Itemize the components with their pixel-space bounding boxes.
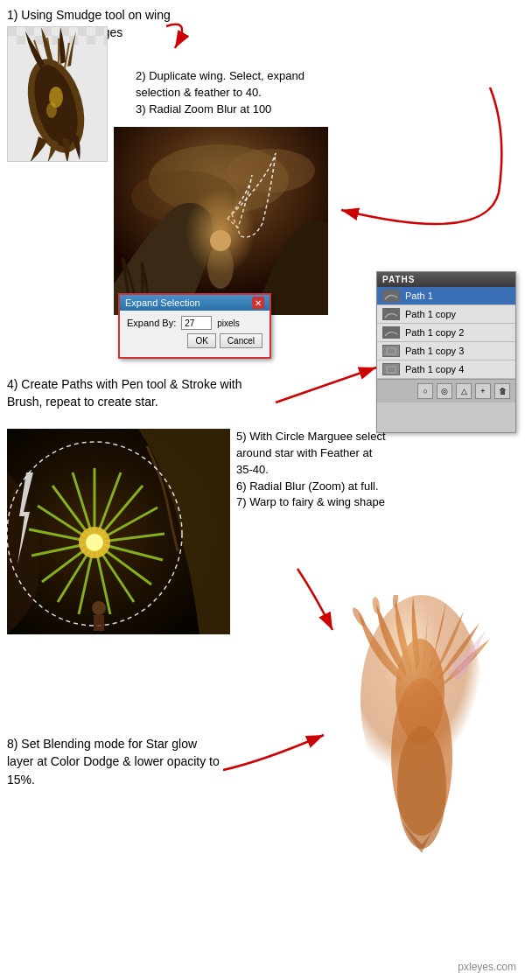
path-item-2[interactable]: Path 1 copy <box>377 305 515 324</box>
svg-rect-29 <box>387 367 396 373</box>
svg-rect-11 <box>87 36 95 45</box>
fantasy-image <box>114 127 328 315</box>
path-item-3[interactable]: Path 1 copy 2 <box>377 324 515 342</box>
svg-point-24 <box>228 149 315 192</box>
step57-text: 5) With Circle Marguee select around sta… <box>236 429 389 511</box>
paths-panel: PATHS Path 1 Path 1 copy Path 1 copy 2 <box>376 271 516 433</box>
wing-image <box>7 26 108 162</box>
path-label-3: Path 1 copy 2 <box>405 327 464 338</box>
path-label-1: Path 1 <box>405 290 433 301</box>
paths-panel-title: PATHS <box>377 272 515 287</box>
paths-list: Path 1 Path 1 copy Path 1 copy 2 Path 1 … <box>377 287 515 379</box>
dialog-unit: pixels <box>217 318 240 328</box>
expand-by-input[interactable] <box>181 316 212 330</box>
svg-point-56 <box>360 595 483 805</box>
svg-point-49 <box>86 534 103 551</box>
star-scene-svg <box>7 429 230 634</box>
paths-tool-fill[interactable]: ○ <box>417 383 433 399</box>
dialog-title: Expand Selection <box>125 298 200 308</box>
step4-text: 4) Create Paths with Pen tool & Stroke w… <box>7 376 278 410</box>
paths-tool-stroke[interactable]: ◎ <box>437 383 452 399</box>
dialog-label: Expand By: <box>127 318 176 328</box>
paths-toolbar: ○ ◎ △ + 🗑 <box>377 379 515 402</box>
dialog-titlebar: Expand Selection ✕ <box>120 295 270 311</box>
svg-point-51 <box>92 601 106 615</box>
path-item-4[interactable]: Path 1 copy 3 <box>377 342 515 360</box>
svg-point-20 <box>46 102 57 118</box>
paths-tool-mask[interactable]: △ <box>456 383 472 399</box>
path-label-2: Path 1 copy <box>405 309 456 319</box>
svg-rect-12 <box>104 36 107 45</box>
svg-rect-6 <box>95 27 104 36</box>
dialog-body: Expand By: pixels OK Cancel <box>120 311 270 354</box>
svg-rect-1 <box>8 27 17 36</box>
svg-rect-7 <box>17 36 25 45</box>
svg-point-27 <box>186 188 256 276</box>
step8-text: 8) Set Blending mode for Star glow layer… <box>7 735 226 788</box>
expand-selection-dialog[interactable]: Expand Selection ✕ Expand By: pixels OK … <box>118 293 271 359</box>
dialog-close-button[interactable]: ✕ <box>252 297 264 309</box>
path-item-5[interactable]: Path 1 copy 4 <box>377 360 515 379</box>
path-icon-4 <box>382 345 400 357</box>
path-item-1[interactable]: Path 1 <box>377 287 515 305</box>
paths-tool-new[interactable]: + <box>475 383 491 399</box>
path-icon-2 <box>382 308 400 320</box>
fantasy-scene-svg <box>114 127 328 315</box>
path-icon-3 <box>382 326 400 339</box>
step23-text: 2) Duplicate wing. Select, expand select… <box>136 68 337 118</box>
svg-point-57 <box>351 606 368 628</box>
svg-rect-52 <box>94 615 104 631</box>
watermark: pxleyes.com <box>458 961 516 973</box>
dialog-cancel-button[interactable]: Cancel <box>220 333 262 348</box>
paths-tool-delete[interactable]: 🗑 <box>494 383 510 399</box>
dialog-ok-button[interactable]: OK <box>187 333 215 348</box>
dialog-row-input: Expand By: pixels <box>127 316 262 330</box>
dialog-row-buttons: OK Cancel <box>127 333 262 348</box>
svg-rect-5 <box>78 27 87 36</box>
glow-wing-svg <box>350 595 521 858</box>
wing-svg <box>8 27 107 161</box>
path-icon-5 <box>382 363 400 375</box>
glow-wing-image <box>350 595 521 858</box>
svg-rect-28 <box>387 348 396 354</box>
path-label-4: Path 1 copy 3 <box>405 346 464 356</box>
star-image <box>7 429 230 634</box>
path-label-5: Path 1 copy 4 <box>405 364 464 374</box>
path-icon-1 <box>382 290 400 302</box>
page-container: 1) Using Smudge tool on wing pull & roug… <box>0 0 525 980</box>
